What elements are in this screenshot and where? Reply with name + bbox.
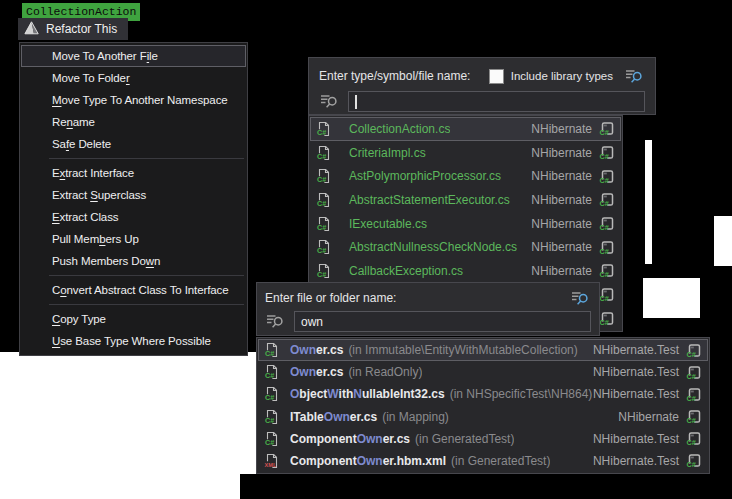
cs-file-icon: C# <box>264 409 280 425</box>
svg-text:C#: C# <box>600 129 609 137</box>
result-row[interactable]: C#AstPolymorphicProcessor.csNHibernateC# <box>310 164 621 188</box>
menu-item[interactable]: Extract Class <box>21 206 246 228</box>
result-row[interactable]: C#AbstractStatementExecutor.csNHibernate… <box>310 188 621 212</box>
cs-file-icon: C# <box>264 342 280 358</box>
file-name-part: ITable <box>290 410 324 424</box>
match-highlight: Own <box>324 410 350 424</box>
refactor-menu: Move To Another FileMove To FolderMove T… <box>19 42 248 356</box>
cs-file-icon: C# <box>316 145 332 161</box>
menu-header-refactor-this[interactable]: Refactor This <box>18 18 128 40</box>
filter-settings-icon[interactable] <box>570 290 591 307</box>
file-name: CollectionAction.cs <box>349 122 450 136</box>
goto-file-results: C#Owner.cs(in Immutable\EntityWithMutabl… <box>256 337 710 474</box>
file-name: CallbackException.cs <box>349 264 463 278</box>
file-name: AbstractNullnessCheckNode.cs <box>349 240 517 254</box>
csharp-project-icon: C# <box>599 192 616 207</box>
result-row[interactable]: C#AbstractNullnessCheckNode.csNHibernate… <box>310 235 621 259</box>
svg-text:C#: C# <box>687 461 696 469</box>
match-highlight: Own <box>290 343 316 357</box>
menu-item[interactable]: Move To Folder <box>21 67 246 89</box>
result-row[interactable]: C#CallbackException.csNHibernateC# <box>310 259 621 283</box>
project-name: NHibernate <box>531 193 592 207</box>
csharp-project-icon: C# <box>599 216 616 231</box>
menu-separator <box>49 275 244 276</box>
svg-text:C#: C# <box>317 246 326 255</box>
menu-item[interactable]: Extract Interface <box>21 162 246 184</box>
svg-text:C#: C# <box>265 393 274 402</box>
menu-item[interactable]: Copy Type <box>21 308 246 330</box>
match-highlight: Own <box>290 365 316 379</box>
result-row[interactable]: C#ComponentOwner.cs(in GeneratedTest)NHi… <box>258 428 708 450</box>
goto-type-prompt: Enter type/symbol/file name: <box>319 69 470 83</box>
result-row[interactable]: C#ObjectWithNullableInt32.cs(in NHSpecif… <box>258 383 708 405</box>
result-row[interactable]: C#Owner.cs(in ReadOnly)NHibernate.TestC# <box>258 361 708 383</box>
csharp-project-icon: C# <box>599 287 616 302</box>
csharp-project-icon: C# <box>599 169 616 184</box>
menu-separator <box>49 304 244 305</box>
menu-item[interactable]: Push Members Down <box>21 250 246 272</box>
match-highlight: O <box>290 387 299 401</box>
file-location: (in NHSpecificTest\NH864) <box>450 387 593 401</box>
file-name: Owner.cs(in Immutable\EntityWithMutableC… <box>290 343 578 357</box>
goto-file-prompt: Enter file or folder name: <box>265 291 396 305</box>
svg-text:C#: C# <box>600 318 609 326</box>
result-row[interactable]: C#Owner.cs(in Immutable\EntityWithMutabl… <box>258 339 708 361</box>
project-name: NHibernate.Test <box>593 432 679 446</box>
svg-text:C#: C# <box>317 175 326 184</box>
svg-text:C#: C# <box>600 271 609 279</box>
cs-file-icon: C# <box>316 121 332 137</box>
refactor-this-label: Refactor This <box>46 22 117 36</box>
filter-settings-icon[interactable] <box>624 68 645 85</box>
background-gap <box>645 140 652 264</box>
svg-text:C#: C# <box>687 350 696 358</box>
cs-file-icon: C# <box>316 239 332 255</box>
svg-text:C#: C# <box>317 152 326 161</box>
file-name-part: er.hbm.xml <box>383 454 446 468</box>
result-row[interactable]: XMLComponentOwner.hbm.xml(in GeneratedTe… <box>258 450 708 472</box>
menu-item[interactable]: Convert Abstract Class To Interface <box>21 279 246 301</box>
svg-text:C#: C# <box>317 223 326 232</box>
result-row[interactable]: C#IExecutable.csNHibernateC# <box>310 212 621 236</box>
cs-file-icon: C# <box>316 192 332 208</box>
result-row[interactable]: C#CollectionAction.csNHibernateC# <box>310 117 621 141</box>
goto-file-search-input[interactable]: own <box>294 311 591 332</box>
refactor-icon <box>24 21 39 38</box>
background-gap <box>643 278 700 318</box>
goto-type-search-input[interactable] <box>348 91 645 112</box>
search-icon <box>319 93 340 110</box>
file-name-part: er.cs <box>350 410 377 424</box>
file-name-part: er.cs <box>316 343 343 357</box>
menu-item[interactable]: Use Base Type Where Possible <box>21 330 246 352</box>
svg-text:C#: C# <box>687 438 696 446</box>
background-gap <box>714 216 732 266</box>
svg-text:C#: C# <box>317 128 326 137</box>
svg-text:C#: C# <box>687 416 696 424</box>
include-library-types-label[interactable]: Include library types <box>511 70 613 82</box>
menu-item[interactable]: Rename <box>21 111 246 133</box>
menu-item[interactable]: Extract Superclass <box>21 184 246 206</box>
svg-text:C#: C# <box>600 152 609 160</box>
menu-separator <box>49 158 244 159</box>
result-row[interactable]: C#ITableOwner.cs(in Mapping)NHibernateC# <box>258 406 708 428</box>
menu-item[interactable]: Safe Delete <box>21 133 246 155</box>
svg-text:C#: C# <box>317 199 326 208</box>
project-name: NHibernate <box>531 122 592 136</box>
svg-text:C#: C# <box>600 200 609 208</box>
project-name: NHibernate.Test <box>593 387 679 401</box>
result-row[interactable]: C#CriteriaImpl.csNHibernateC# <box>310 141 621 165</box>
cs-file-icon: C# <box>264 431 280 447</box>
svg-text:C#: C# <box>265 349 274 358</box>
match-highlight: Own <box>357 432 383 446</box>
menu-item[interactable]: Pull Members Up <box>21 228 246 250</box>
csharp-project-icon: C# <box>599 263 616 278</box>
include-library-types-checkbox[interactable] <box>489 69 504 84</box>
svg-text:C#: C# <box>687 372 696 380</box>
svg-text:C#: C# <box>265 371 274 380</box>
menu-item[interactable]: Move To Another File <box>21 45 246 67</box>
svg-text:C#: C# <box>600 176 609 184</box>
menu-item[interactable]: Move Type To Another Namespace <box>21 89 246 111</box>
search-icon <box>265 313 286 330</box>
goto-file-popup: Enter file or folder name: own <box>256 282 600 336</box>
search-query-text: own <box>301 315 323 329</box>
file-name-part: er.cs <box>383 432 410 446</box>
